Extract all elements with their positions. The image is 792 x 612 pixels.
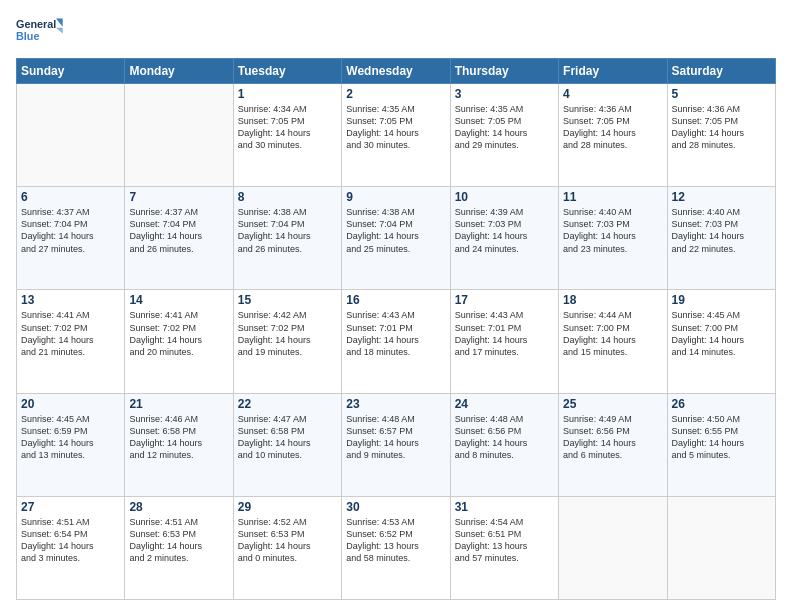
cell-info: Sunrise: 4:52 AM Sunset: 6:53 PM Dayligh… (238, 516, 337, 565)
cell-info: Sunrise: 4:37 AM Sunset: 7:04 PM Dayligh… (129, 206, 228, 255)
svg-marker-2 (56, 19, 63, 27)
calendar-cell: 26Sunrise: 4:50 AM Sunset: 6:55 PM Dayli… (667, 393, 775, 496)
calendar-cell: 29Sunrise: 4:52 AM Sunset: 6:53 PM Dayli… (233, 496, 341, 599)
cell-info: Sunrise: 4:38 AM Sunset: 7:04 PM Dayligh… (238, 206, 337, 255)
cell-info: Sunrise: 4:42 AM Sunset: 7:02 PM Dayligh… (238, 309, 337, 358)
weekday-header: Wednesday (342, 59, 450, 84)
calendar-cell: 21Sunrise: 4:46 AM Sunset: 6:58 PM Dayli… (125, 393, 233, 496)
weekday-header: Friday (559, 59, 667, 84)
calendar-cell: 15Sunrise: 4:42 AM Sunset: 7:02 PM Dayli… (233, 290, 341, 393)
calendar-week-row: 6Sunrise: 4:37 AM Sunset: 7:04 PM Daylig… (17, 187, 776, 290)
day-number: 16 (346, 293, 445, 307)
calendar-cell: 7Sunrise: 4:37 AM Sunset: 7:04 PM Daylig… (125, 187, 233, 290)
cell-info: Sunrise: 4:43 AM Sunset: 7:01 PM Dayligh… (455, 309, 554, 358)
weekday-header: Thursday (450, 59, 558, 84)
calendar-cell: 27Sunrise: 4:51 AM Sunset: 6:54 PM Dayli… (17, 496, 125, 599)
calendar-week-row: 1Sunrise: 4:34 AM Sunset: 7:05 PM Daylig… (17, 84, 776, 187)
cell-info: Sunrise: 4:53 AM Sunset: 6:52 PM Dayligh… (346, 516, 445, 565)
calendar-cell: 4Sunrise: 4:36 AM Sunset: 7:05 PM Daylig… (559, 84, 667, 187)
calendar-cell: 25Sunrise: 4:49 AM Sunset: 6:56 PM Dayli… (559, 393, 667, 496)
cell-info: Sunrise: 4:49 AM Sunset: 6:56 PM Dayligh… (563, 413, 662, 462)
day-number: 11 (563, 190, 662, 204)
weekday-header: Sunday (17, 59, 125, 84)
day-number: 7 (129, 190, 228, 204)
calendar-cell: 5Sunrise: 4:36 AM Sunset: 7:05 PM Daylig… (667, 84, 775, 187)
day-number: 18 (563, 293, 662, 307)
calendar-cell: 19Sunrise: 4:45 AM Sunset: 7:00 PM Dayli… (667, 290, 775, 393)
cell-info: Sunrise: 4:35 AM Sunset: 7:05 PM Dayligh… (346, 103, 445, 152)
calendar-cell: 6Sunrise: 4:37 AM Sunset: 7:04 PM Daylig… (17, 187, 125, 290)
day-number: 23 (346, 397, 445, 411)
calendar-cell: 14Sunrise: 4:41 AM Sunset: 7:02 PM Dayli… (125, 290, 233, 393)
svg-text:General: General (16, 19, 56, 31)
calendar-cell (667, 496, 775, 599)
calendar-cell: 9Sunrise: 4:38 AM Sunset: 7:04 PM Daylig… (342, 187, 450, 290)
calendar-cell: 2Sunrise: 4:35 AM Sunset: 7:05 PM Daylig… (342, 84, 450, 187)
cell-info: Sunrise: 4:40 AM Sunset: 7:03 PM Dayligh… (563, 206, 662, 255)
cell-info: Sunrise: 4:48 AM Sunset: 6:56 PM Dayligh… (455, 413, 554, 462)
calendar-cell (559, 496, 667, 599)
weekday-header: Saturday (667, 59, 775, 84)
calendar-cell: 1Sunrise: 4:34 AM Sunset: 7:05 PM Daylig… (233, 84, 341, 187)
day-number: 13 (21, 293, 120, 307)
calendar-week-row: 20Sunrise: 4:45 AM Sunset: 6:59 PM Dayli… (17, 393, 776, 496)
calendar-cell: 10Sunrise: 4:39 AM Sunset: 7:03 PM Dayli… (450, 187, 558, 290)
calendar-cell: 8Sunrise: 4:38 AM Sunset: 7:04 PM Daylig… (233, 187, 341, 290)
cell-info: Sunrise: 4:41 AM Sunset: 7:02 PM Dayligh… (129, 309, 228, 358)
cell-info: Sunrise: 4:43 AM Sunset: 7:01 PM Dayligh… (346, 309, 445, 358)
day-number: 30 (346, 500, 445, 514)
cell-info: Sunrise: 4:38 AM Sunset: 7:04 PM Dayligh… (346, 206, 445, 255)
cell-info: Sunrise: 4:51 AM Sunset: 6:53 PM Dayligh… (129, 516, 228, 565)
day-number: 29 (238, 500, 337, 514)
day-number: 25 (563, 397, 662, 411)
cell-info: Sunrise: 4:48 AM Sunset: 6:57 PM Dayligh… (346, 413, 445, 462)
day-number: 14 (129, 293, 228, 307)
cell-info: Sunrise: 4:45 AM Sunset: 6:59 PM Dayligh… (21, 413, 120, 462)
day-number: 22 (238, 397, 337, 411)
calendar-cell: 22Sunrise: 4:47 AM Sunset: 6:58 PM Dayli… (233, 393, 341, 496)
day-number: 28 (129, 500, 228, 514)
calendar-cell: 18Sunrise: 4:44 AM Sunset: 7:00 PM Dayli… (559, 290, 667, 393)
header: General Blue (16, 12, 776, 50)
logo-svg: General Blue (16, 12, 66, 50)
day-number: 8 (238, 190, 337, 204)
day-number: 15 (238, 293, 337, 307)
day-number: 19 (672, 293, 771, 307)
day-number: 3 (455, 87, 554, 101)
calendar-cell: 23Sunrise: 4:48 AM Sunset: 6:57 PM Dayli… (342, 393, 450, 496)
calendar-cell: 3Sunrise: 4:35 AM Sunset: 7:05 PM Daylig… (450, 84, 558, 187)
cell-info: Sunrise: 4:54 AM Sunset: 6:51 PM Dayligh… (455, 516, 554, 565)
calendar-cell: 17Sunrise: 4:43 AM Sunset: 7:01 PM Dayli… (450, 290, 558, 393)
day-number: 12 (672, 190, 771, 204)
cell-info: Sunrise: 4:39 AM Sunset: 7:03 PM Dayligh… (455, 206, 554, 255)
day-number: 4 (563, 87, 662, 101)
calendar-cell: 13Sunrise: 4:41 AM Sunset: 7:02 PM Dayli… (17, 290, 125, 393)
day-number: 17 (455, 293, 554, 307)
day-number: 31 (455, 500, 554, 514)
cell-info: Sunrise: 4:51 AM Sunset: 6:54 PM Dayligh… (21, 516, 120, 565)
calendar-cell: 30Sunrise: 4:53 AM Sunset: 6:52 PM Dayli… (342, 496, 450, 599)
cell-info: Sunrise: 4:40 AM Sunset: 7:03 PM Dayligh… (672, 206, 771, 255)
cell-info: Sunrise: 4:44 AM Sunset: 7:00 PM Dayligh… (563, 309, 662, 358)
cell-info: Sunrise: 4:35 AM Sunset: 7:05 PM Dayligh… (455, 103, 554, 152)
cell-info: Sunrise: 4:45 AM Sunset: 7:00 PM Dayligh… (672, 309, 771, 358)
calendar-cell: 31Sunrise: 4:54 AM Sunset: 6:51 PM Dayli… (450, 496, 558, 599)
day-number: 9 (346, 190, 445, 204)
calendar-cell: 20Sunrise: 4:45 AM Sunset: 6:59 PM Dayli… (17, 393, 125, 496)
day-number: 20 (21, 397, 120, 411)
cell-info: Sunrise: 4:34 AM Sunset: 7:05 PM Dayligh… (238, 103, 337, 152)
page: General Blue SundayMondayTuesdayWednesda… (0, 0, 792, 612)
logo: General Blue (16, 12, 66, 50)
day-number: 10 (455, 190, 554, 204)
day-number: 6 (21, 190, 120, 204)
calendar-cell: 24Sunrise: 4:48 AM Sunset: 6:56 PM Dayli… (450, 393, 558, 496)
svg-marker-3 (56, 28, 63, 34)
day-number: 24 (455, 397, 554, 411)
weekday-header: Tuesday (233, 59, 341, 84)
cell-info: Sunrise: 4:46 AM Sunset: 6:58 PM Dayligh… (129, 413, 228, 462)
calendar-cell: 11Sunrise: 4:40 AM Sunset: 7:03 PM Dayli… (559, 187, 667, 290)
cell-info: Sunrise: 4:41 AM Sunset: 7:02 PM Dayligh… (21, 309, 120, 358)
day-number: 21 (129, 397, 228, 411)
calendar-week-row: 27Sunrise: 4:51 AM Sunset: 6:54 PM Dayli… (17, 496, 776, 599)
calendar-header-row: SundayMondayTuesdayWednesdayThursdayFrid… (17, 59, 776, 84)
